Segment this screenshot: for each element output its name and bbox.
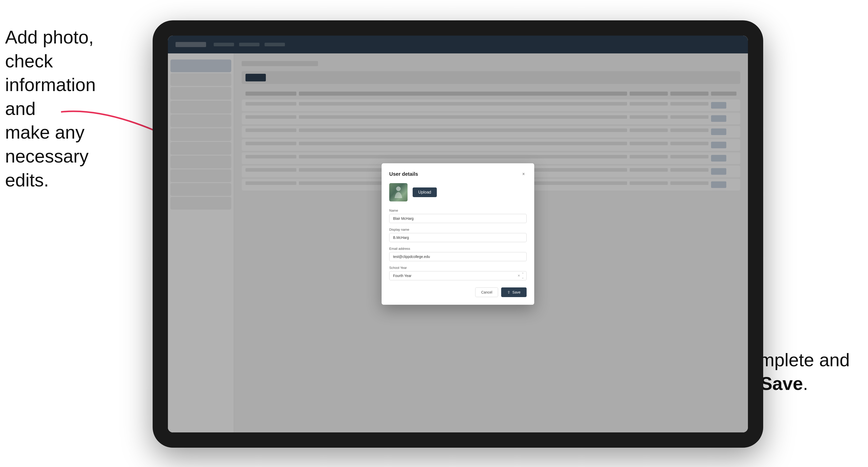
modal-title-bar: User details × <box>389 171 527 177</box>
name-label: Name <box>389 209 527 212</box>
save-label: Save <box>513 290 521 294</box>
school-year-field-group: School Year First Year Second Year Third… <box>389 266 527 280</box>
name-input[interactable] <box>389 214 527 223</box>
modal-overlay: User details × Upload <box>168 36 748 432</box>
modal-footer: Cancel ⇧ Save <box>389 287 527 297</box>
school-year-select-wrapper: First Year Second Year Third Year Fourth… <box>389 271 527 280</box>
modal-title: User details <box>389 171 418 177</box>
upload-photo-button[interactable]: Upload <box>413 187 437 197</box>
email-input[interactable] <box>389 252 527 261</box>
display-name-input[interactable] <box>389 233 527 242</box>
school-year-label: School Year <box>389 266 527 270</box>
photo-inner <box>389 183 407 201</box>
email-label: Email address <box>389 247 527 251</box>
display-name-label: Display name <box>389 228 527 231</box>
tablet-screen: User details × Upload <box>168 36 748 432</box>
tablet-frame: User details × Upload <box>153 20 763 448</box>
select-clear-icon[interactable]: × <box>518 274 520 278</box>
annotation-left: Add photo, checkinformation andmake anyn… <box>5 25 112 192</box>
user-photo-thumbnail <box>389 183 407 201</box>
save-icon: ⇧ <box>507 290 510 294</box>
name-field-group: Name <box>389 209 527 223</box>
svg-point-2 <box>396 186 401 191</box>
user-details-modal: User details × Upload <box>381 163 534 305</box>
select-chevron-icon: ⌃⌄ <box>522 272 524 279</box>
modal-close-button[interactable]: × <box>521 171 527 177</box>
cancel-button[interactable]: Cancel <box>475 287 498 297</box>
select-icons: × ⌃⌄ <box>518 272 524 279</box>
display-name-field-group: Display name <box>389 228 527 242</box>
email-field-group: Email address <box>389 247 527 261</box>
photo-section: Upload <box>389 183 527 201</box>
save-button[interactable]: ⇧ Save <box>501 287 527 297</box>
school-year-select[interactable]: First Year Second Year Third Year Fourth… <box>389 271 527 280</box>
